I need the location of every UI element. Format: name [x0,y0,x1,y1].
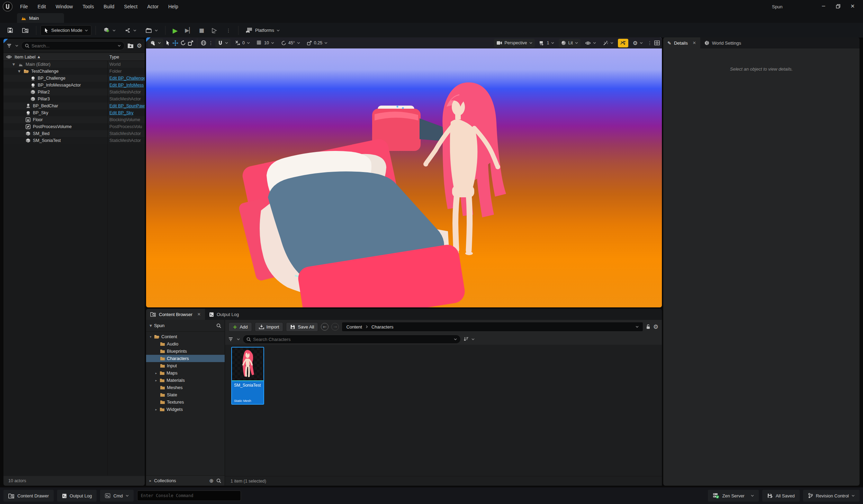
quad-view-icon[interactable] [654,40,660,45]
visibility-eye-icon[interactable] [6,55,12,59]
tab-output-log[interactable]: Output Log [205,309,243,320]
edit-blueprint-link[interactable]: Edit BP_InfoMess [109,83,145,88]
add-collection-icon[interactable]: ⊕ [209,478,214,484]
collections-section[interactable]: ▸ Collections ⊕ [146,475,225,486]
save-level-button[interactable] [4,25,16,36]
launch-button[interactable] [208,25,220,36]
outliner-row[interactable]: PostProcessVolume PostProcessVolu [3,123,145,130]
folder-item[interactable]: ▸ Materials [146,377,225,384]
revision-control-dropdown[interactable]: Revision Control [803,490,860,502]
lock-icon[interactable] [646,324,650,330]
world-coord-icon[interactable] [201,40,206,46]
asset-tile-selected[interactable]: SM_SoniaTest Static Mesh [231,347,264,405]
outliner-row[interactable]: BP_BedChar Edit BP_SpunPaw [3,102,145,109]
menu-file[interactable]: File [15,0,33,13]
asset-search[interactable] [243,335,461,344]
forward-button[interactable]: → [331,323,339,331]
cinematics-dropdown[interactable] [142,25,161,36]
search-icon[interactable] [216,478,221,483]
column-divider[interactable] [107,61,108,475]
outliner-settings-icon[interactable]: ⚙ [137,42,142,49]
expander-icon[interactable]: ▼ [12,63,17,66]
filter-chevron-icon[interactable] [15,45,18,47]
play-options-dots[interactable]: ⋮ [223,25,234,36]
folder-item[interactable]: Meshes [146,384,225,391]
tab-world-settings[interactable]: World Settings [700,37,745,48]
close-tab-icon[interactable]: ✕ [197,312,201,317]
viewport-scene[interactable] [146,37,662,307]
breadcrumb[interactable]: Content Characters [342,322,643,332]
actor-snap-dropdown[interactable]: 0 [233,39,252,47]
sort-view-options-icon[interactable] [464,337,469,342]
perspective-dropdown[interactable]: Perspective [494,39,534,47]
edit-blueprint-link[interactable]: Edit BP_Challenge [109,76,145,81]
asset-search-input[interactable] [253,337,452,342]
browse-content-button[interactable] [19,25,32,36]
close-tab-icon[interactable]: ✕ [693,40,696,45]
filter-chevron-icon[interactable] [237,338,240,340]
rotation-snap-dropdown[interactable]: 45° [279,39,303,47]
save-all-button[interactable]: Save All [286,322,318,332]
zen-server-dropdown[interactable]: Zen Server [708,490,758,502]
selection-mode-dropdown[interactable]: Selection Mode [41,25,91,36]
expander-icon[interactable]: ▸ [154,371,158,375]
edit-blueprint-link[interactable]: Edit BP_SpunPaw [109,104,145,108]
folder-item[interactable]: Blueprints [146,348,225,355]
stop-button[interactable]: ■ [198,25,206,36]
close-button[interactable]: ✕ [847,1,858,11]
new-folder-icon[interactable] [127,43,134,48]
search-icon[interactable] [216,323,221,328]
back-button[interactable]: ← [321,323,329,331]
cb-settings-icon[interactable]: ⚙ [653,323,658,330]
outliner-row[interactable]: BP_InfoMessageActor Edit BP_InfoMess [3,82,145,89]
view-options-chevron-icon[interactable] [471,338,475,340]
output-log-button[interactable]: Output Log [57,490,97,502]
filter-icon[interactable] [7,43,12,48]
platforms-dropdown[interactable]: Platforms [243,25,283,36]
search-options-chevron-icon[interactable] [118,45,121,47]
outliner-search[interactable] [21,41,125,50]
menu-edit[interactable]: Edit [33,0,51,13]
folder-item-selected[interactable]: Characters [146,355,225,362]
restore-button[interactable] [833,1,843,11]
menu-help[interactable]: Help [163,0,183,13]
outliner-header[interactable]: Item Label ▲ Type [3,53,145,61]
surface-snapping-dropdown[interactable] [215,39,231,47]
menu-select[interactable]: Select [119,0,142,13]
outliner-row[interactable]: ▼ TestChallenge Folder [3,68,145,75]
tab-main-level[interactable]: Main [17,13,64,23]
folder-item[interactable]: Textures [146,398,225,406]
viewport-options-dots[interactable]: ⋮ [647,40,652,46]
outliner-row[interactable]: ▼ Main (Editor) World [3,61,145,68]
breadcrumb-root[interactable]: Content [346,324,362,330]
camera-moves-toggle[interactable] [618,39,628,47]
transform-options-dots[interactable]: ⋮ [208,40,213,46]
show-flags-dropdown[interactable] [583,39,599,47]
outliner-row[interactable]: Pillar2 StaticMeshActor [3,89,145,96]
filter-icon[interactable] [228,337,234,342]
folder-item[interactable]: Input [146,362,225,369]
content-drawer-button[interactable]: Content Drawer [3,490,54,502]
console-command-input[interactable] [137,490,241,501]
folder-item[interactable]: Audio [146,340,225,348]
folder-item[interactable]: ▸ Widgets [146,406,225,413]
outliner-row[interactable]: SM_Bed StaticMeshActor [3,130,145,137]
console-input[interactable] [141,493,237,498]
move-tool-icon[interactable] [172,40,178,46]
minimize-button[interactable]: ─ [818,1,829,11]
menu-build[interactable]: Build [99,0,119,13]
outliner-row[interactable]: Pillar3 StaticMeshActor [3,96,145,102]
rotate-tool-icon[interactable] [180,40,186,46]
project-name[interactable]: Spun [154,323,164,328]
grid-snap-dropdown[interactable]: 10 [254,39,277,47]
view-modes-dropdown[interactable] [601,39,616,47]
edit-blueprint-link[interactable]: Edit BP_Sky [109,110,145,115]
folder-item[interactable]: ▸ Maps [146,369,225,377]
viewport-settings-dropdown[interactable]: ⚙ [630,39,645,47]
folder-item[interactable]: ▾ Content [146,333,225,340]
tab-content-browser[interactable]: Content Browser ✕ [146,309,205,320]
expander-icon[interactable]: ▸ [154,379,158,382]
path-dropdown-icon[interactable] [636,326,639,328]
breadcrumb-leaf[interactable]: Characters [371,324,394,330]
outliner-row[interactable]: BP_Challenge Edit BP_Challenge [3,75,145,82]
